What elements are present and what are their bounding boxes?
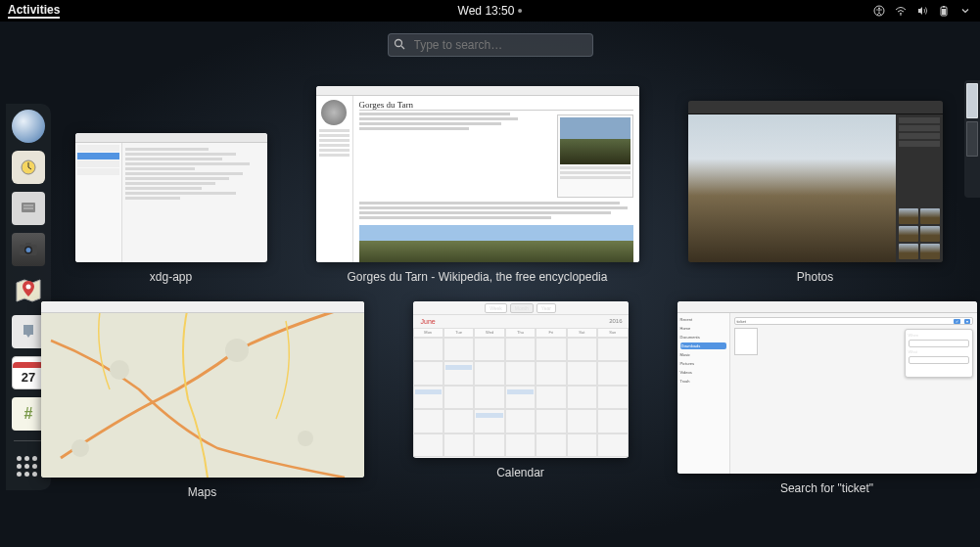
window-label: Search for "ticket" (780, 481, 873, 495)
article-title: Gorges du Tarn (359, 100, 633, 111)
svg-point-20 (110, 360, 129, 380)
battery-icon[interactable] (937, 4, 951, 18)
notification-dot-icon (518, 9, 522, 13)
calendar-year-label: 2016 (607, 316, 624, 327)
file-icon (734, 328, 758, 355)
search-filter-popup: When What (905, 329, 973, 378)
search-icon (394, 36, 405, 54)
window-label: Gorges du Tarn - Wikipedia, the free enc… (348, 270, 608, 284)
filter-thumb (899, 226, 918, 242)
clock[interactable]: Wed 13:50 (458, 4, 523, 18)
filters-icon (899, 141, 940, 147)
workspace-thumb[interactable] (966, 121, 978, 157)
window-label: Maps (188, 485, 216, 499)
window-xdg-app[interactable]: xdg-app (75, 133, 267, 284)
filter-thumb (920, 244, 940, 259)
svg-point-1 (878, 8, 880, 10)
top-bar: Activities Wed 13:50 (0, 0, 980, 22)
photo-canyon-image (688, 114, 896, 262)
svg-point-21 (225, 339, 249, 362)
window-wikipedia[interactable]: Gorges du Tarn Gorges du (316, 86, 639, 284)
datetime-label: Wed 13:50 (458, 4, 515, 18)
dash-app-clocks[interactable] (12, 151, 45, 184)
window-label: xdg-app (150, 270, 192, 284)
svg-point-2 (900, 14, 902, 16)
chevron-down-icon[interactable] (958, 4, 972, 18)
wifi-icon[interactable] (894, 4, 908, 18)
search-input[interactable] (388, 33, 593, 57)
map-canvas (41, 301, 364, 478)
svg-rect-13 (23, 207, 33, 209)
filter-thumb (920, 208, 940, 224)
calendar-month-label: June (417, 316, 440, 327)
workspace-thumb[interactable] (966, 83, 978, 118)
window-photos[interactable]: Photos (688, 101, 943, 284)
panorama-image (359, 225, 633, 262)
dash-separator (14, 440, 43, 441)
window-label: Photos (797, 270, 833, 284)
svg-rect-5 (942, 9, 946, 15)
window-thumb[interactable] (75, 133, 267, 262)
overview-search[interactable] (388, 33, 593, 57)
window-thumb[interactable]: WeekMonthYear June 2016 MonTueWedThuFriS… (413, 301, 629, 458)
accessibility-icon[interactable] (872, 4, 886, 18)
filter-thumb (899, 244, 918, 259)
svg-rect-15 (25, 243, 31, 246)
svg-rect-4 (943, 6, 945, 8)
filter-thumb (899, 208, 918, 224)
wikipedia-logo-icon (321, 100, 347, 125)
svg-point-22 (298, 431, 313, 446)
system-tray[interactable] (872, 4, 972, 18)
colors-icon (899, 125, 940, 131)
calendar-day-label: 27 (22, 370, 35, 385)
crop-icon (899, 117, 940, 123)
enhance-icon (899, 133, 940, 139)
dash-app-photos[interactable] (12, 233, 45, 266)
svg-point-18 (26, 285, 31, 290)
svg-line-7 (401, 46, 404, 49)
window-thumb[interactable]: Gorges du Tarn (316, 86, 639, 262)
filter-thumb (920, 226, 940, 242)
svg-point-23 (71, 439, 89, 457)
window-thumb[interactable]: Recent Home Documents Downloads Music Pi… (677, 301, 977, 474)
svg-point-6 (395, 40, 401, 47)
window-calendar[interactable]: WeekMonthYear June 2016 MonTueWedThuFriS… (413, 301, 629, 499)
window-maps[interactable]: Maps (41, 301, 364, 499)
window-files-search[interactable]: Recent Home Documents Downloads Music Pi… (677, 301, 977, 499)
workspace-switcher[interactable] (964, 80, 980, 198)
app-grid-icon (17, 456, 40, 479)
dash-app-files[interactable] (12, 192, 45, 225)
svg-point-17 (26, 248, 31, 252)
window-overview: xdg-app Gorges du Tarn (67, 86, 951, 527)
search-query: ticket (737, 319, 746, 324)
volume-icon[interactable] (915, 4, 929, 18)
window-thumb[interactable] (688, 101, 943, 262)
window-label: Calendar (496, 466, 544, 479)
svg-rect-12 (23, 205, 33, 206)
window-thumb[interactable] (41, 301, 364, 478)
dash-app-web[interactable] (12, 110, 45, 143)
activities-button[interactable]: Activities (8, 3, 60, 19)
